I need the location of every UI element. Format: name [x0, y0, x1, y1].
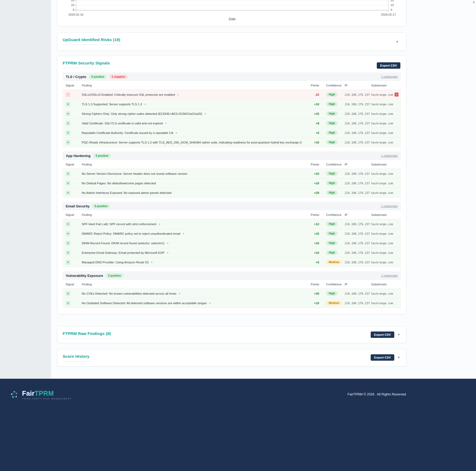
column-header-points: Points: [302, 163, 319, 166]
signal-row[interactable]: +PQC-Ready Infrastructure: Server suppor…: [63, 138, 401, 147]
confidence-badge: High: [326, 222, 337, 226]
y-axis-tick-label: 20: [66, 0, 74, 2]
confidence-badge: High: [326, 250, 337, 255]
positive-signal-icon: +: [66, 190, 70, 195]
ip-address: 216.106.176.237: [345, 232, 371, 235]
brand: FairTPRM THIRD-PARTY RISK MANAGEMENT: [9, 389, 72, 400]
signal-group-header: Vulnerability Exposure2 positive1 subdom…: [63, 271, 401, 280]
signal-row[interactable]: +Strong Ciphers Only: Only strong cipher…: [63, 109, 401, 119]
export-csv-button[interactable]: Export CSV: [377, 62, 400, 69]
finding-text: No Default Pages: No default/welcome pag…: [79, 182, 302, 185]
subdomain-count-link[interactable]: 1 subdomain: [381, 204, 398, 208]
column-header-ip: IP: [345, 163, 371, 166]
expand-arrow-icon[interactable]: ▶: [183, 233, 184, 234]
footer: FairTPRM THIRD-PARTY RISK MANAGEMENT Fai…: [0, 379, 476, 471]
confidence-badge: High: [326, 111, 337, 116]
table-header-row: SignalFindingPointsConfidenceIPSubdomain: [63, 280, 401, 289]
signal-row[interactable]: +DKIM Record Found: DKIM record found (s…: [63, 238, 401, 248]
signal-row[interactable]: +Managed DNS Provider: Using Amazon Rout…: [63, 258, 401, 267]
signal-cell: +: [63, 111, 79, 116]
y-axis-tick: [75, 0, 76, 1]
signal-row[interactable]: +No Server Version Disclosure: Server he…: [63, 169, 401, 178]
scrollbar-up-arrow[interactable]: ▲: [473, 1, 475, 3]
signal-cell: +: [63, 250, 79, 255]
export-csv-button[interactable]: Export CSV: [371, 354, 394, 361]
positive-signal-icon: +: [66, 121, 70, 126]
points-value: +15: [302, 141, 319, 144]
y-axis-tick-label: 0: [66, 8, 74, 11]
chart-plot-area: [76, 0, 388, 10]
ip-address: 216.106.176.237: [345, 191, 371, 194]
signal-row[interactable]: +DMARC Reject Policy: DMARC policy set t…: [63, 229, 401, 238]
confidence-cell: High: [319, 190, 345, 195]
confidence-badge: High: [326, 231, 337, 236]
column-header-signal: Signal: [63, 283, 79, 286]
expand-arrow-icon[interactable]: ▶: [179, 293, 180, 294]
subdomain-count-link[interactable]: 1 subdomain: [381, 154, 398, 157]
positive-signal-icon: +: [66, 130, 70, 135]
signal-row[interactable]: +SPF Hard Fail (-all): SPF record with s…: [63, 219, 401, 229]
signal-cell: +: [63, 241, 79, 246]
confidence-badge: High: [326, 171, 337, 176]
raw-findings-title: FTPRM Raw Findings (8): [63, 331, 112, 339]
confidence-badge: High: [326, 241, 337, 245]
confidence-badge: High: [326, 140, 337, 145]
ip-address: 216.106.176.237: [345, 251, 371, 254]
expand-arrow-icon[interactable]: ▶: [176, 132, 177, 134]
score-history-card: Score History Export CSV ▼: [57, 349, 406, 367]
signal-row[interactable]: +No Admin Interfaces Exposed: No exposed…: [63, 188, 401, 198]
collapse-chevron-icon[interactable]: ▼: [397, 356, 400, 359]
brand-fair: Fair: [22, 390, 34, 397]
export-csv-button[interactable]: Export CSV: [371, 332, 394, 338]
expand-arrow-icon[interactable]: ▶: [151, 261, 153, 263]
signal-row[interactable]: +No Outdated Software Detected: All dete…: [63, 298, 401, 308]
expand-arrow-icon[interactable]: ▶: [166, 122, 167, 124]
signal-row[interactable]: +TLS 1.3 Supported: Server supports TLS …: [63, 99, 401, 109]
main-content: 20 10 0 20 10 0 2026-02-16 2026-02-17 Da…: [57, 0, 406, 379]
confidence-badge: Medium: [326, 301, 342, 305]
column-header-signal: Signal: [63, 163, 79, 166]
signal-row[interactable]: +No Default Pages: No default/welcome pa…: [63, 178, 401, 188]
expand-arrow-icon[interactable]: ▶: [159, 223, 160, 225]
x-axis-tick: [388, 10, 388, 11]
expand-arrow-icon[interactable]: ▶: [209, 302, 211, 304]
signal-row[interactable]: +Valid Certificate: SSL/TLS certificate …: [63, 119, 401, 128]
signal-group-title: TLS / Crypto: [66, 75, 86, 79]
brand-tagline: THIRD-PARTY RISK MANAGEMENT: [22, 398, 72, 400]
confidence-badge: High: [326, 102, 337, 106]
signal-row[interactable]: +Enterprise Email Gateway: Email protect…: [63, 248, 401, 258]
finding-text: SPF Hard Fail (-all): SPF record with st…: [79, 223, 302, 226]
subdomain-count-link[interactable]: 1 subdomain: [381, 75, 398, 78]
ip-address: 216.106.176.237: [345, 223, 371, 226]
y-axis-tick: [75, 5, 76, 5]
subdomain-count-link[interactable]: 1 subdomain: [381, 274, 398, 277]
signal-row[interactable]: +Reputable Certificate Authority: Certif…: [63, 128, 401, 138]
points-value: +15: [302, 302, 319, 305]
column-header-signal: Signal: [63, 84, 79, 87]
positive-signal-icon: +: [66, 111, 70, 116]
signal-row[interactable]: -SSLv2/SSLv3 Enabled: Critically insecur…: [63, 90, 401, 99]
confidence-cell: High: [319, 241, 345, 245]
column-header-finding: Finding: [79, 84, 302, 87]
expand-arrow-icon[interactable]: ▶: [178, 94, 179, 95]
risk-flag-icon[interactable]: ✕: [395, 93, 399, 97]
collapse-chevron-icon[interactable]: ▼: [397, 333, 400, 337]
brand-tprm: TPRM: [34, 390, 54, 397]
expand-arrow-icon[interactable]: ▶: [205, 113, 206, 115]
finding-text: DKIM Record Found: DKIM record found (se…: [79, 242, 302, 245]
column-header-ip: IP: [345, 84, 371, 87]
confidence-cell: Medium: [319, 301, 345, 305]
confidence-cell: High: [319, 250, 345, 255]
expand-arrow-icon[interactable]: ▶: [167, 252, 168, 254]
confidence-badge: High: [326, 291, 337, 296]
signal-row[interactable]: +No CVEs Detected: No known vulnerabilit…: [63, 289, 401, 298]
finding-text: No Outdated Software Detected: All detec…: [79, 302, 302, 305]
gridline: [76, 0, 388, 1]
signal-group: TLS / Crypto5 positive1 negative1 subdom…: [63, 72, 401, 147]
expand-arrow-icon[interactable]: ▶: [145, 103, 146, 105]
subdomain-name: hackrange.com: [371, 131, 401, 134]
expand-arrow-icon[interactable]: ▶: [167, 242, 168, 244]
finding-text: Strong Ciphers Only: Only strong cipher …: [79, 112, 302, 115]
collapse-chevron-icon[interactable]: ▼: [396, 40, 399, 44]
positive-signal-icon: +: [66, 291, 70, 296]
